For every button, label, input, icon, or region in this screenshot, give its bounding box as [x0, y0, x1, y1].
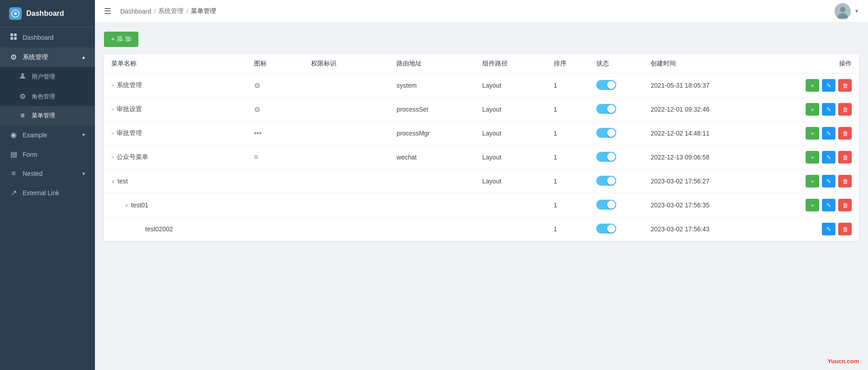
td-created: 2023-03-02 17:56:27 — [643, 169, 759, 193]
system-submenu: 用户管理 ⚙ 角色管理 ≡ 菜单管理 — [0, 67, 95, 125]
svg-point-6 — [21, 73, 24, 76]
sidebar-item-example[interactable]: ◉ Example ▼ — [0, 125, 95, 145]
sidebar-item-menu-mgmt[interactable]: ≡ 菜单管理 — [0, 106, 95, 125]
delete-button[interactable]: 🗑 — [838, 175, 852, 187]
menu-name-text: 系统管理 — [117, 81, 142, 89]
add-child-button[interactable]: + — [806, 127, 819, 140]
td-status[interactable] — [589, 74, 643, 98]
add-child-button[interactable]: + — [806, 103, 819, 116]
col-sort: 排序 — [547, 54, 590, 74]
edit-button[interactable]: ✎ — [822, 223, 835, 235]
breadcrumb-sep-2: / — [186, 8, 188, 15]
form-icon: ▤ — [9, 150, 18, 159]
sidebar-item-user-mgmt[interactable]: 用户管理 — [0, 67, 95, 87]
sidebar-item-label: Example — [23, 131, 47, 139]
add-child-button[interactable]: + — [806, 79, 819, 92]
col-component: 组件路径 — [475, 54, 547, 74]
td-created: 2022-12-01 09:32:46 — [643, 98, 759, 122]
expand-icon[interactable]: > — [111, 107, 114, 112]
td-status[interactable] — [589, 169, 643, 193]
edit-button[interactable]: ✎ — [822, 199, 835, 211]
sidebar-item-external-link[interactable]: ↗ External Link — [0, 183, 95, 202]
menu-name-text: test01 — [131, 201, 148, 209]
delete-button[interactable]: 🗑 — [838, 151, 852, 164]
svg-rect-3 — [14, 33, 17, 36]
table-row: > 审批管理 ••• processMgr Layout 1 2022-12-0… — [104, 122, 859, 145]
td-route: processMgr — [389, 122, 475, 145]
expand-icon[interactable]: ∨ — [125, 202, 128, 208]
sidebar-item-form[interactable]: ▤ Form — [0, 145, 95, 164]
td-sort: 1 — [547, 193, 590, 217]
sidebar-item-system[interactable]: ⚙ 系统管理 ▲ — [0, 47, 95, 67]
sidebar-item-label: 用户管理 — [32, 73, 55, 81]
chevron-down-icon: ▼ — [81, 132, 86, 137]
status-toggle[interactable] — [596, 200, 616, 210]
status-toggle[interactable] — [596, 104, 616, 114]
expand-icon[interactable]: > — [111, 83, 114, 88]
breadcrumb-item-system[interactable]: 系统管理 — [158, 7, 184, 15]
edit-button[interactable]: ✎ — [822, 175, 835, 187]
table-row: > 审批设置 ⚙ processSet Layout 1 2022-12-01 … — [104, 98, 859, 122]
col-name: 菜单名称 — [104, 54, 247, 74]
sidebar-item-label: Nested — [23, 170, 42, 177]
td-sort: 1 — [547, 74, 590, 98]
delete-button[interactable]: 🗑 — [838, 103, 852, 116]
td-status[interactable] — [589, 217, 643, 241]
status-toggle[interactable] — [596, 128, 616, 138]
td-permission — [304, 145, 389, 169]
avatar-dropdown-icon[interactable]: ▼ — [854, 9, 859, 14]
svg-point-8 — [840, 7, 845, 12]
status-toggle[interactable] — [596, 224, 616, 234]
status-toggle[interactable] — [596, 152, 616, 162]
example-icon: ◉ — [9, 131, 18, 139]
td-status[interactable] — [589, 122, 643, 145]
expand-icon[interactable]: > — [111, 155, 114, 160]
td-status[interactable] — [589, 98, 643, 122]
sidebar-item-dashboard[interactable]: Dashboard — [0, 28, 95, 47]
edit-button[interactable]: ✎ — [822, 151, 835, 164]
menu-toggle-button[interactable]: ☰ — [104, 6, 111, 16]
td-status[interactable] — [589, 145, 643, 169]
td-status[interactable] — [589, 193, 643, 217]
status-toggle[interactable] — [596, 80, 616, 90]
td-menu-name: ∨ test01 — [104, 193, 247, 217]
sidebar-item-label: Dashboard — [23, 34, 54, 41]
td-route: system — [389, 74, 475, 98]
svg-rect-2 — [10, 33, 13, 36]
edit-button[interactable]: ✎ — [822, 103, 835, 116]
edit-button[interactable]: ✎ — [822, 127, 835, 140]
td-icon: ••• — [247, 122, 304, 145]
user-icon — [18, 72, 27, 81]
td-icon — [247, 217, 304, 241]
watermark: Yuucn.com — [828, 358, 859, 365]
add-child-button[interactable]: + — [806, 199, 819, 211]
edit-button[interactable]: ✎ — [822, 79, 835, 92]
svg-rect-4 — [10, 37, 13, 40]
breadcrumb-item-dashboard[interactable]: Dashboard — [120, 8, 151, 15]
td-created: 2021-05-31 18:05:37 — [643, 74, 759, 98]
td-actions: ✎ 🗑 — [759, 217, 859, 241]
status-toggle[interactable] — [596, 176, 616, 186]
user-avatar[interactable] — [835, 3, 851, 19]
add-child-button[interactable]: + — [806, 151, 819, 164]
col-icon: 图标 — [247, 54, 304, 74]
td-menu-name: > 审批设置 — [104, 98, 247, 122]
sidebar-item-nested[interactable]: ≡ Nested ▼ — [0, 164, 95, 183]
table-row: test02002 1 2023-03-02 17:56:43 ✎ 🗑 — [104, 217, 859, 241]
expand-icon[interactable]: ∨ — [111, 178, 115, 184]
td-component: Layout — [475, 122, 547, 145]
delete-button[interactable]: 🗑 — [838, 199, 852, 211]
add-menu-button[interactable]: + 添 加 — [104, 32, 138, 47]
sidebar-item-role-mgmt[interactable]: ⚙ 角色管理 — [0, 87, 95, 106]
expand-icon[interactable]: > — [111, 131, 114, 136]
breadcrumb: Dashboard / 系统管理 / 菜单管理 — [120, 7, 216, 15]
delete-button[interactable]: 🗑 — [838, 223, 852, 235]
td-route — [389, 169, 475, 193]
td-menu-name: > 审批管理 — [104, 122, 247, 145]
delete-button[interactable]: 🗑 — [838, 127, 852, 140]
add-child-button[interactable]: + — [806, 175, 819, 187]
delete-button[interactable]: 🗑 — [838, 79, 852, 92]
td-sort: 1 — [547, 145, 590, 169]
col-status: 状态 — [589, 54, 643, 74]
td-permission — [304, 169, 389, 193]
